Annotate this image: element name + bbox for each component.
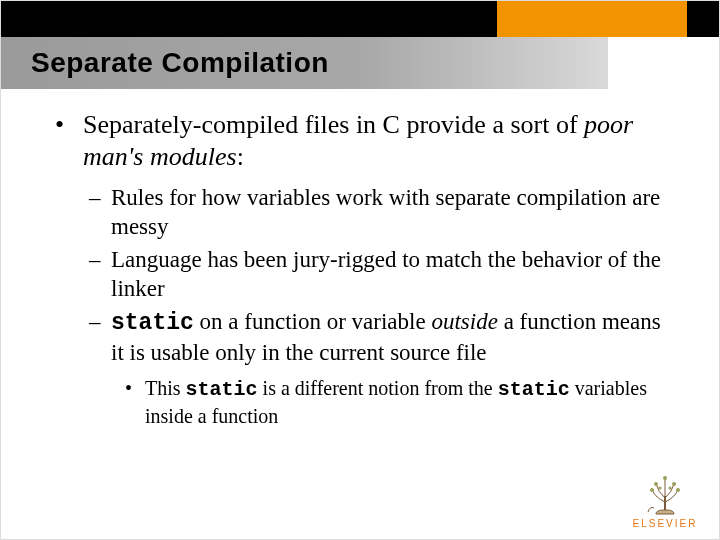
l1-prefix: Separately-compiled files in C provide a… (83, 110, 584, 139)
bullet-level-1: • Separately-compiled files in C provide… (55, 109, 679, 173)
bullet-l1-text: Separately-compiled files in C provide a… (83, 109, 679, 173)
publisher-logo: ELSEVIER (625, 472, 705, 529)
l2c-mid1: on a function or variable (194, 309, 432, 334)
l2b-text: Language has been jury-rigged to match t… (111, 245, 679, 303)
l2c-em: outside (431, 309, 497, 334)
publisher-name: ELSEVIER (625, 518, 705, 529)
svg-point-2 (654, 482, 658, 486)
bullet-dot-icon: • (125, 375, 145, 429)
svg-point-1 (676, 488, 680, 492)
svg-point-6 (668, 486, 671, 489)
bullet-level-2: – Language has been jury-rigged to match… (89, 245, 679, 303)
l3-code2: static (498, 378, 570, 401)
slide: Separate Compilation • Separately-compil… (0, 0, 720, 540)
elsevier-tree-icon (642, 472, 688, 516)
l3-text: This static is a different notion from t… (145, 375, 679, 429)
bullet-dash-icon: – (89, 245, 111, 303)
l3-mid: is a different notion from the (258, 377, 498, 399)
content-area: • Separately-compiled files in C provide… (55, 109, 679, 429)
svg-point-5 (658, 486, 661, 489)
bullet-dot-icon: • (55, 109, 83, 173)
header-orange-accent (497, 1, 687, 37)
title-bar: Separate Compilation (1, 37, 611, 89)
bullet-level-2: – static on a function or variable outsi… (89, 307, 679, 367)
svg-point-0 (650, 488, 654, 492)
svg-point-3 (672, 482, 676, 486)
l2a-text: Rules for how variables work with separa… (111, 183, 679, 241)
bullet-level-3: • This static is a different notion from… (125, 375, 679, 429)
l2c-text: static on a function or variable outside… (111, 307, 679, 367)
bullet-dash-icon: – (89, 183, 111, 241)
svg-point-4 (663, 476, 667, 480)
bullet-dash-icon: – (89, 307, 111, 367)
slide-title: Separate Compilation (31, 47, 329, 79)
bullet-level-2: – Rules for how variables work with sepa… (89, 183, 679, 241)
l2c-code1: static (111, 310, 194, 336)
l3-pre: This (145, 377, 186, 399)
l3-code1: static (186, 378, 258, 401)
l1-suffix: : (237, 142, 244, 171)
